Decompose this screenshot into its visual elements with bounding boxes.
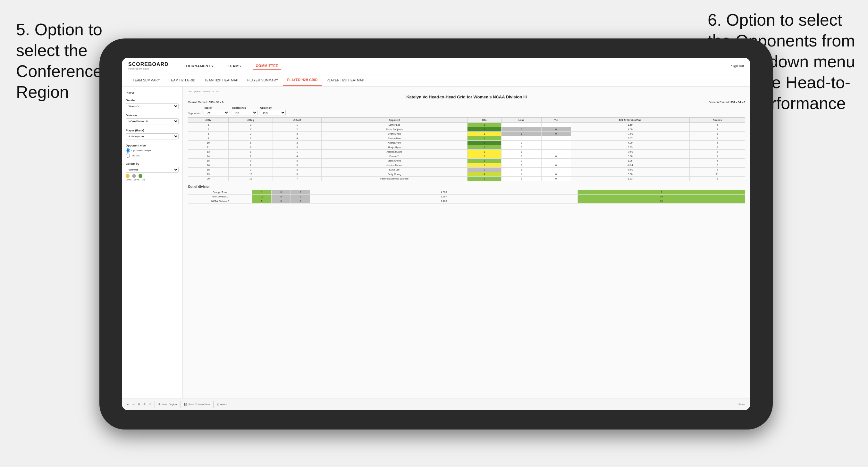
td-opponent: Andrea York: [321, 141, 467, 145]
table-row: 6 3 3 Sydney Kuo 1 1 0 -1.00 3: [188, 132, 745, 136]
sidebar-radio-opponents-played[interactable]: Opponents Played: [126, 148, 179, 153]
content-area: Last Updated: 27/03/2024 15:46 Katelyn V…: [183, 87, 750, 398]
toolbar-copy[interactable]: ⊞: [138, 403, 140, 406]
td-tie: 0: [541, 132, 571, 136]
nav-tournaments[interactable]: TOURNAMENTS: [182, 63, 216, 69]
td-diff: 4.00: [571, 127, 689, 132]
td-win: 1: [467, 150, 501, 154]
td-rounds: 4: [689, 123, 745, 127]
sidebar-player-rank-select[interactable]: 8. Katelyn Vo: [126, 133, 179, 139]
table-row: 18 2 2 Euna Lee 0 3 -5.00 2: [188, 168, 745, 172]
ood-td-opponent: NAIA Division 1: [188, 194, 252, 199]
td-win: 1: [467, 132, 501, 136]
td-div: 14: [188, 154, 228, 159]
toolbar-save-custom[interactable]: 💾 Save Custom View: [184, 403, 210, 406]
filter-region-select[interactable]: (All): [204, 110, 229, 115]
filter-conference-section: Conference (All): [232, 106, 257, 115]
td-reg: 3: [228, 123, 273, 127]
nav-committee[interactable]: COMMITTEE: [253, 62, 281, 69]
td-win: 1: [467, 136, 501, 141]
last-updated: Last Updated: 27/03/2024 15:46: [188, 90, 745, 93]
subnav-player-h2h-heatmap[interactable]: PLAYER H2H HEATMAP: [322, 75, 368, 85]
colour-label-down: Down: [126, 179, 131, 181]
toolbar-settings[interactable]: ⚙: [143, 403, 146, 406]
top-nav: SCOREBOARD Powered by clippd TOURNAMENTS…: [122, 58, 750, 74]
subnav-player-h2h-grid[interactable]: PLAYER H2H GRID: [283, 75, 322, 86]
td-opponent: Sharon Mun: [321, 136, 467, 141]
th-div: # Div: [188, 118, 228, 123]
td-div: 13: [188, 150, 228, 154]
ood-table-row: Foreign Team 1 0 0 4.500 2: [188, 190, 745, 194]
division-record-value: 331 - 34 - 6: [731, 101, 745, 104]
td-conf: 5: [273, 145, 321, 150]
th-win: Win: [467, 118, 501, 123]
opponents-label: Opponents:: [188, 112, 201, 115]
sidebar-gender-select[interactable]: Women's: [126, 103, 179, 109]
td-opponent: Esther Lee: [321, 123, 467, 127]
toolbar-clock[interactable]: ⏱: [149, 403, 151, 406]
subnav-player-summary[interactable]: PLAYER SUMMARY: [243, 75, 283, 85]
toolbar-view-original[interactable]: 👁 View: Original: [158, 403, 177, 406]
sidebar-colour-select[interactable]: Win/loss: [126, 167, 179, 173]
th-reg: # Reg: [228, 118, 273, 123]
table-row: 14 7 4 Eunice Yi 2 2 0 0.38 9: [188, 154, 745, 159]
records-row: Overall Record: 353 - 34 - 6 Division Re…: [188, 101, 745, 104]
sidebar-radio-top100[interactable]: Top 100: [126, 154, 179, 158]
td-rounds: 4: [689, 141, 745, 145]
th-opponent: Opponent: [321, 118, 467, 123]
table-row: 10 6 3 Andrea York 2 0 4.00 4: [188, 141, 745, 145]
td-reg: 7: [228, 154, 273, 159]
td-div: 18: [188, 168, 228, 172]
filter-conference-select[interactable]: (All): [232, 110, 257, 115]
table-row: 13 1 1 Jessica Huang 1 1 -3.00 2: [188, 150, 745, 154]
sidebar-division-select[interactable]: NCAA Division III: [126, 118, 179, 124]
sidebar-colour-label: Colour by: [126, 162, 179, 165]
filter-opponent-select[interactable]: (All): [260, 110, 286, 115]
td-rounds: 11: [689, 172, 745, 177]
ood-td-loss: 0: [272, 190, 291, 194]
sign-out-link[interactable]: Sign out: [731, 64, 744, 68]
table-row: 11 2 5 Heejo Hyun 1 0 3.33 3: [188, 145, 745, 150]
td-div: 9: [188, 136, 228, 141]
overall-record: Overall Record: 353 - 34 - 6: [188, 101, 223, 104]
td-rounds: 4: [689, 159, 745, 163]
td-div: 3: [188, 123, 228, 127]
sidebar: Player Gender Women's Division NCAA Divi…: [122, 87, 183, 398]
toolbar-watch[interactable]: ◎ Watch: [217, 403, 227, 406]
td-conf: 1: [273, 123, 321, 127]
td-rounds: 3: [689, 132, 745, 136]
colour-label-up: Up: [142, 179, 145, 181]
toolbar-redo[interactable]: ↪: [132, 403, 135, 406]
filter-opponent-section: Opponent (All): [260, 106, 286, 115]
table-row: 19 10 6 Emily Chang 4 1 0 0.30 11: [188, 172, 745, 177]
td-loss: 0: [501, 145, 541, 150]
sidebar-player-label: Player: [126, 91, 179, 94]
td-rounds: 3: [689, 145, 745, 150]
subnav-team-h2h-grid[interactable]: TEAM H2H GRID: [164, 75, 200, 85]
ood-td-rounds: 10: [578, 199, 745, 204]
td-diff: 1.25: [571, 159, 689, 163]
td-tie: 0: [541, 172, 571, 177]
td-conf: 4: [273, 154, 321, 159]
ood-td-diff: 4.500: [310, 190, 578, 194]
td-rounds: 2: [689, 150, 745, 154]
subnav-team-summary[interactable]: TEAM SUMMARY: [128, 75, 164, 85]
toolbar-undo[interactable]: ↩: [127, 403, 129, 406]
td-loss: 0: [501, 127, 541, 132]
td-tie: [541, 136, 571, 141]
toolbar-share[interactable]: Share: [739, 403, 745, 406]
td-opponent: Eunice Yi: [321, 154, 467, 159]
subnav-team-h2h-heatmap[interactable]: TEAM H2H HEATMAP: [200, 75, 243, 85]
ood-td-win: 15: [252, 194, 272, 199]
td-rounds: 3: [689, 127, 745, 132]
td-opponent: Heejo Hyun: [321, 145, 467, 150]
td-win: 2: [467, 177, 501, 181]
ood-table-row: NCAA Division 2 5 0 0 7.400 10: [188, 199, 745, 204]
colour-dots: [126, 174, 179, 178]
nav-teams[interactable]: TEAMS: [225, 63, 243, 69]
toolbar-sep3: [213, 401, 214, 408]
td-diff: -1.00: [571, 132, 689, 136]
sidebar-gender-section: Gender Women's: [126, 99, 179, 109]
td-loss: 2: [501, 163, 541, 168]
td-loss: 3: [501, 168, 541, 172]
